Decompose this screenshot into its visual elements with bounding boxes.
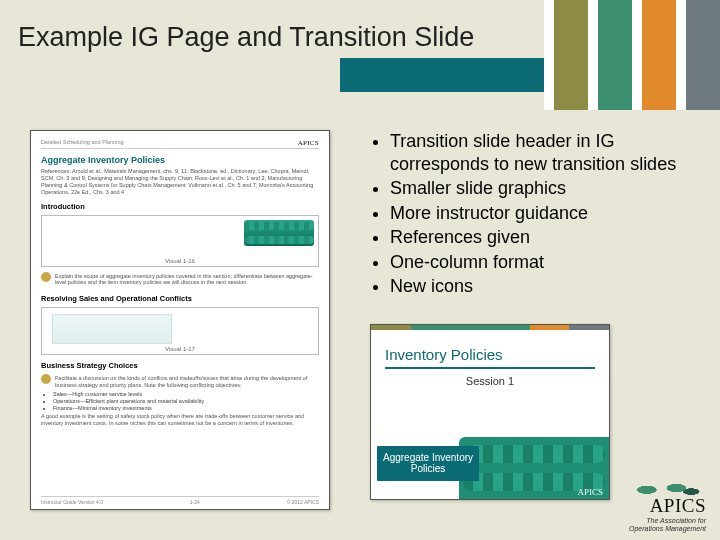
ig-explain-row: Explain the scope of aggregate inventory…: [41, 271, 319, 289]
bar-olive: [554, 0, 588, 110]
logo-tagline-1: The Association for: [629, 517, 706, 524]
ig-explain-text: Explain the scope of aggregate inventory…: [41, 273, 319, 287]
ig-footer-left: Instructor Guide Version 4.0: [41, 499, 103, 505]
bullet-item: One-column format: [390, 251, 700, 274]
bullet-item: Smaller slide graphics: [390, 177, 700, 200]
trans-heading: Inventory Policies: [385, 346, 595, 369]
ig-choice-list: Sales—High customer service levels Opera…: [41, 391, 319, 411]
ig-choice-item: Operations—Efficient plant operations an…: [53, 398, 319, 404]
ig-facilitate-row: Facilitate a discussion on the kinds of …: [41, 373, 319, 391]
bullet-item: References given: [390, 226, 700, 249]
stripe-orange: [530, 325, 570, 330]
corporate-logo: APICS The Association for Operations Man…: [629, 479, 706, 532]
ig-visual-1: Visual 1-16: [41, 215, 319, 267]
bar-white: [588, 0, 598, 110]
chart-graphic: [52, 314, 172, 344]
ig-visual-2-label: Visual 1-17: [42, 346, 318, 352]
ig-visual-2: Visual 1-17: [41, 307, 319, 355]
right-column: Transition slide header in IG correspond…: [370, 130, 700, 520]
ig-intro-label: Introduction: [41, 202, 319, 211]
transition-slide-thumbnail: Inventory Policies Session 1 Aggregate I…: [370, 324, 610, 500]
ig-subhead-2: Business Strategy Choices: [41, 361, 319, 370]
content-area: Detailed Scheduling and Planning APICS A…: [30, 130, 700, 520]
bullet-item: New icons: [390, 275, 700, 298]
ig-subhead-1: Resolving Sales and Operational Conflict…: [41, 294, 319, 303]
ig-footer-right: © 2012 APICS: [287, 499, 319, 505]
discussion-icon: [41, 272, 51, 282]
ig-footer-mid: 1-24: [190, 499, 200, 505]
ig-choice-item: Sales—High customer service levels: [53, 391, 319, 397]
bar-orange: [642, 0, 676, 110]
ig-page-thumbnail: Detailed Scheduling and Planning APICS A…: [30, 130, 330, 510]
ig-closing-text: A good example is the setting of safety …: [41, 413, 319, 427]
apics-logo-small: APICS: [577, 487, 603, 497]
ig-course-text: Detailed Scheduling and Planning: [41, 139, 124, 145]
bar-gray: [686, 0, 720, 110]
barrels-graphic: [244, 220, 314, 246]
apics-logo-small: APICS: [298, 139, 319, 147]
ig-footer: Instructor Guide Version 4.0 1-24 © 2012…: [41, 496, 319, 505]
header-color-bars: [544, 0, 720, 110]
ig-visual-1-label: Visual 1-16: [42, 258, 318, 264]
stripe-olive: [371, 325, 411, 330]
logo-tagline-2: Operations Management: [629, 525, 706, 532]
bar-white: [544, 0, 554, 110]
trans-topstripe: [371, 325, 609, 330]
left-column: Detailed Scheduling and Planning APICS A…: [30, 130, 350, 520]
trans-lower: Aggregate Inventory Policies APICS: [371, 429, 609, 499]
trans-label-box: Aggregate Inventory Policies: [377, 446, 479, 481]
logo-name: APICS: [629, 495, 706, 517]
trans-session: Session 1: [371, 375, 609, 387]
ig-section-title: Aggregate Inventory Policies: [41, 155, 319, 165]
bar-white: [676, 0, 686, 110]
bullet-item: More instructor guidance: [390, 202, 700, 225]
bar-white: [632, 0, 642, 110]
bullet-list: Transition slide header in IG correspond…: [370, 130, 700, 300]
stripe-green: [411, 325, 530, 330]
bullet-item: Transition slide header in IG correspond…: [390, 130, 700, 175]
ig-facilitate-text: Facilitate a discussion on the kinds of …: [41, 375, 319, 389]
stripe-gray: [569, 325, 609, 330]
ig-course-line: Detailed Scheduling and Planning APICS: [41, 139, 319, 149]
ig-references: References: Arnold et al., Materials Man…: [41, 168, 319, 196]
bar-green: [598, 0, 632, 110]
ig-choice-item: Finance—Minimal inventory investments: [53, 405, 319, 411]
